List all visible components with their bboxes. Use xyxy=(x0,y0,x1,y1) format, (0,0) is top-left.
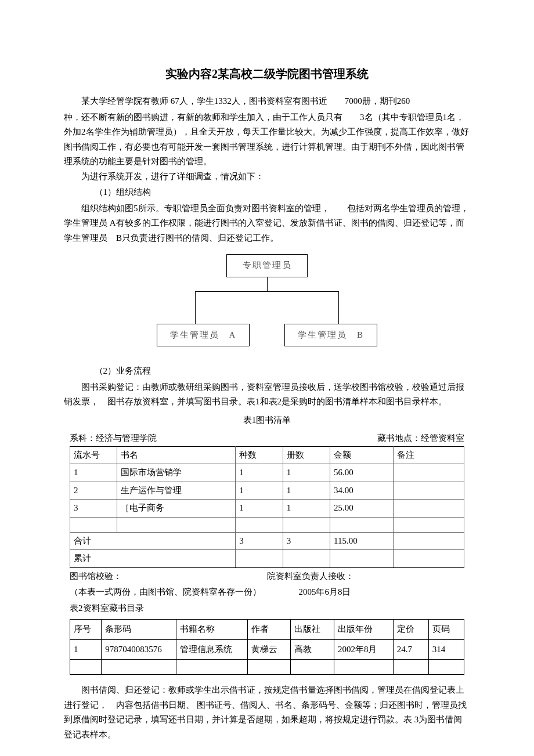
cell: 3 xyxy=(236,532,283,550)
table-row xyxy=(70,660,464,675)
cell xyxy=(236,517,283,532)
table-header-row: 流水号 书名 种数 册数 金额 备注 xyxy=(70,446,464,464)
cell xyxy=(70,660,102,675)
paragraph: 种，还不断有新的图书购进，有新的教师和学生加入，由于工作人员只有 3名（其中专职… xyxy=(64,110,470,169)
cell xyxy=(283,517,330,532)
paragraph: 图书采购登记：由教师或教研组采购图书，资料室管理员接收后，送学校图书馆校验，校验… xyxy=(64,380,470,410)
cell xyxy=(102,660,176,675)
cell xyxy=(117,517,236,532)
table-meta-right: 藏书地点：经管资料室 xyxy=(377,431,464,446)
table-row: 1 9787040083576 管理信息系统 黄梯云 高教 2002年8月 24… xyxy=(70,639,464,660)
table-catalog: 序号 条形码 书籍名称 作者 出版社 出版年份 定价 页码 1 97870400… xyxy=(70,619,464,675)
cell: 115.00 xyxy=(330,532,394,550)
cell: 合计 xyxy=(70,532,236,550)
table-row xyxy=(70,517,464,532)
col-h: 书籍名称 xyxy=(176,620,247,640)
cell: 1 xyxy=(283,464,330,482)
cell: 1 xyxy=(236,500,283,518)
table-book-list: 流水号 书名 种数 册数 金额 备注 1 国际市场营销学 1 1 56.00 2… xyxy=(70,446,464,568)
cell xyxy=(393,660,428,675)
page-title: 实验内容2某高校二级学院图书管理系统 xyxy=(64,64,470,84)
col-h: 册数 xyxy=(283,446,330,464)
section-heading: （1）组织结构 xyxy=(64,185,470,200)
table-foot-note: （本表一式两份，由图书馆、院资料室各存一份） xyxy=(70,585,298,600)
cell xyxy=(393,482,464,500)
cell: 国际市场营销学 xyxy=(117,464,236,482)
cell: 2 xyxy=(70,482,117,500)
col-h: 金额 xyxy=(330,446,394,464)
cell: ［电子商务 xyxy=(117,500,236,518)
org-connectors xyxy=(157,277,377,324)
cell: 1 xyxy=(236,482,283,500)
table-meta-left: 系科：经济与管理学院 xyxy=(70,431,157,446)
cell xyxy=(334,660,393,675)
table-sum-row: 合计 3 3 115.00 xyxy=(70,532,464,550)
col-h: 出版社 xyxy=(291,620,334,640)
cell xyxy=(393,517,464,532)
table-foot-right: 院资料室负责人接收： xyxy=(267,569,464,584)
table-header-row: 序号 条形码 书籍名称 作者 出版社 出版年份 定价 页码 xyxy=(70,620,464,640)
paragraph: 组织结构如图5所示。专职管理员全面负责对图书资料室的管理， 包括对两名学生管理员… xyxy=(64,201,470,246)
cell: 1 xyxy=(283,500,330,518)
cell: 24.7 xyxy=(393,639,428,660)
cell: 1 xyxy=(283,482,330,500)
cell xyxy=(393,550,464,568)
table-foot-left: 图书馆校验： xyxy=(70,569,267,584)
cell: 累计 xyxy=(70,550,236,568)
col-h: 种数 xyxy=(236,446,283,464)
cell xyxy=(393,532,464,550)
org-box-student-b: 学生管理员 B xyxy=(284,324,377,347)
paragraph: 为进行系统开发，进行了详细调查，情况如下： xyxy=(64,169,470,185)
table-caption: 表2资料室藏书目录 xyxy=(70,601,464,616)
col-h: 作者 xyxy=(247,620,291,640)
table-caption: 表1图书清单 xyxy=(64,413,470,428)
col-h: 页码 xyxy=(428,620,464,640)
org-chart: 专职管理员 学生管理员 A 学生管理员 B xyxy=(157,254,377,346)
org-box-admin: 专职管理员 xyxy=(226,254,308,277)
table-row: 1 国际市场营销学 1 1 56.00 xyxy=(70,464,464,482)
cell xyxy=(428,660,464,675)
cell: 黄梯云 xyxy=(247,639,291,660)
cell: 生产运作与管理 xyxy=(117,482,236,500)
cell: 1 xyxy=(236,464,283,482)
cell: 314 xyxy=(428,639,464,660)
cell xyxy=(393,500,464,518)
cell: 1 xyxy=(70,639,102,660)
cell xyxy=(236,550,283,568)
section-heading: （2）业务流程 xyxy=(64,364,470,379)
table-row: 3 ［电子商务 1 1 25.00 xyxy=(70,500,464,518)
cell: 3 xyxy=(283,532,330,550)
table-foot-date: 2005年6月8日 xyxy=(298,585,464,600)
cell: 34.00 xyxy=(330,482,394,500)
col-h: 出版年份 xyxy=(334,620,393,640)
col-h: 流水号 xyxy=(70,446,117,464)
cell: 25.00 xyxy=(330,500,394,518)
paragraph: 某大学经管学院有教师 67人，学生1332人，图书资料室有图书近 7000册，期… xyxy=(64,94,470,109)
cell xyxy=(330,517,394,532)
col-h: 条形码 xyxy=(102,620,176,640)
cell xyxy=(291,660,334,675)
col-h: 定价 xyxy=(393,620,428,640)
cell xyxy=(283,550,330,568)
paragraph: 图书借阅、归还登记：教师或学生出示借书证，按规定借书量选择图书借阅，管理员在借阅… xyxy=(64,683,470,742)
table-acc-row: 累计 xyxy=(70,550,464,568)
cell xyxy=(330,550,394,568)
cell: 56.00 xyxy=(330,464,394,482)
cell: 3 xyxy=(70,500,117,518)
cell: 2002年8月 xyxy=(334,639,393,660)
cell xyxy=(70,517,117,532)
col-h: 备注 xyxy=(393,446,464,464)
cell: 9787040083576 xyxy=(102,639,176,660)
cell xyxy=(393,464,464,482)
cell: 1 xyxy=(70,464,117,482)
col-h: 书名 xyxy=(117,446,236,464)
table-row: 2 生产运作与管理 1 1 34.00 xyxy=(70,482,464,500)
cell: 高教 xyxy=(291,639,334,660)
cell: 管理信息系统 xyxy=(176,639,247,660)
cell xyxy=(247,660,291,675)
cell xyxy=(176,660,247,675)
org-box-student-a: 学生管理员 A xyxy=(157,324,250,347)
col-h: 序号 xyxy=(70,620,102,640)
